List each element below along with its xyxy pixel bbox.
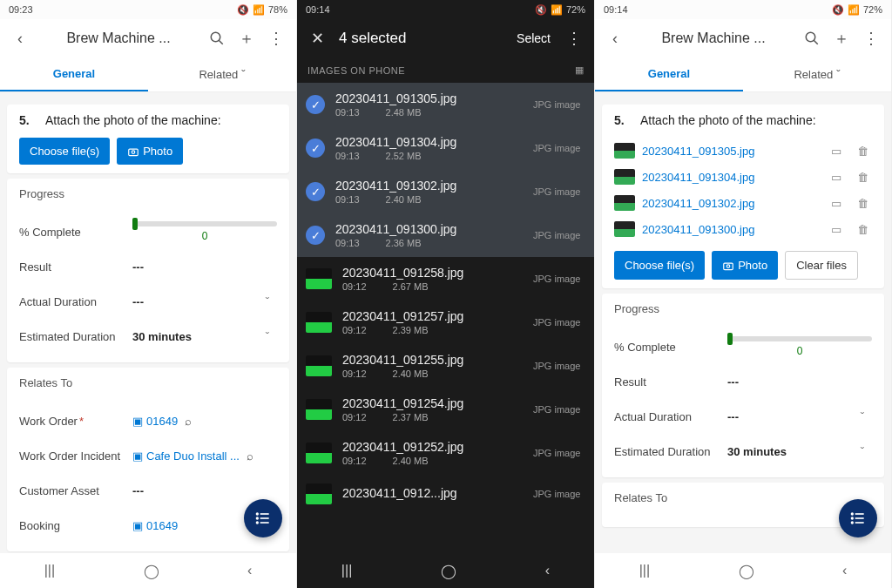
clear-files-button[interactable]: Clear files	[785, 251, 858, 280]
file-time: 09:12	[342, 412, 367, 422]
tab-general[interactable]: General	[0, 57, 148, 91]
gallery-item[interactable]: ✓20230411_091300.jpg09:132.36 MBJPG imag…	[297, 213, 594, 257]
gallery-item[interactable]: ✓20230411_091304.jpg09:132.52 MBJPG imag…	[297, 126, 594, 170]
gallery-item[interactable]: 20230411_091258.jpg09:122.67 MBJPG image	[297, 257, 594, 301]
file-name: 20230411_091302.jpg	[335, 179, 523, 193]
file-type: JPG image	[533, 448, 585, 458]
status-bar: 09:14 🔇 📶 72%	[595, 0, 891, 19]
status-battery: 78%	[268, 4, 287, 15]
image-thumb	[306, 399, 332, 420]
add-icon[interactable]: ＋	[232, 24, 261, 53]
pct-slider[interactable]	[727, 336, 872, 341]
lookup-icon: ▣	[132, 449, 143, 463]
fab-list-button[interactable]	[839, 499, 877, 537]
choose-files-button[interactable]: Choose file(s)	[19, 138, 110, 165]
panel-after: 09:14 🔇 📶 72% ‹ Brew Machine ... ＋ ⋮ Gen…	[595, 0, 892, 588]
work-order-lookup[interactable]: ▣01649	[132, 415, 178, 428]
nav-back[interactable]: ‹	[545, 563, 550, 578]
search-icon[interactable]	[797, 24, 827, 53]
gallery-item[interactable]: ✓20230411_091302.jpg09:132.40 MBJPG imag…	[297, 170, 594, 213]
back-icon[interactable]: ‹	[600, 24, 630, 53]
incident-lookup[interactable]: ▣Cafe Duo Install ...	[132, 449, 240, 463]
nav-recent[interactable]: |||	[639, 563, 650, 578]
note-icon[interactable]: ▭	[827, 197, 846, 210]
search-icon[interactable]	[202, 24, 232, 53]
gallery-item[interactable]: ✓20230411_091305.jpg09:132.48 MBJPG imag…	[297, 83, 594, 126]
svg-point-19	[852, 522, 854, 524]
check-icon: ✓	[306, 139, 325, 158]
nav-back[interactable]: ‹	[842, 563, 847, 578]
attachment-name[interactable]: 20230411_091300.jpg	[642, 223, 820, 236]
status-battery: 72%	[863, 4, 882, 15]
svg-point-0	[211, 32, 220, 42]
attachment-row: 20230411_091300.jpg▭🗑	[614, 216, 872, 242]
gallery-list[interactable]: ✓20230411_091305.jpg09:132.48 MBJPG imag…	[297, 83, 594, 588]
chevron-down-icon[interactable]: ˇ	[258, 330, 277, 343]
nav-recent[interactable]: |||	[341, 563, 352, 578]
image-thumb	[614, 169, 635, 185]
tab-general[interactable]: General	[595, 57, 743, 91]
note-icon[interactable]: ▭	[827, 171, 846, 184]
gallery-item[interactable]: 20230411_091255.jpg09:122.40 MBJPG image	[297, 344, 594, 388]
attachment-name[interactable]: 20230411_091302.jpg	[642, 197, 820, 210]
gallery-section: IMAGES ON PHONE	[307, 65, 405, 76]
file-time: 09:12	[342, 368, 367, 379]
file-time: 09:12	[342, 281, 367, 292]
app-bar: ‹ Brew Machine ... ＋ ⋮	[595, 19, 891, 57]
tab-related[interactable]: Relatedˇ	[148, 57, 296, 91]
add-icon[interactable]: ＋	[827, 24, 856, 53]
svg-point-18	[852, 517, 854, 519]
search-icon[interactable]: ⌕	[178, 415, 199, 428]
chevron-down-icon[interactable]: ˇ	[853, 410, 872, 423]
nav-bar: ||| ◯ ‹	[0, 553, 296, 588]
photo-button[interactable]: Photo	[712, 251, 778, 280]
fab-list-button[interactable]	[244, 499, 282, 537]
file-size: 2.36 MB	[386, 238, 422, 248]
chevron-down-icon: ˇ	[241, 68, 245, 81]
chevron-down-icon[interactable]: ˇ	[258, 295, 277, 308]
svg-line-1	[219, 40, 223, 44]
more-icon[interactable]: ⋮	[261, 24, 291, 53]
status-battery: 72%	[566, 4, 585, 15]
more-icon[interactable]: ⋮	[856, 24, 886, 53]
trash-icon[interactable]: 🗑	[853, 145, 872, 158]
note-icon[interactable]: ▭	[827, 145, 846, 158]
nav-recent[interactable]: |||	[44, 563, 55, 578]
trash-icon[interactable]: 🗑	[853, 223, 872, 236]
gallery-item[interactable]: 20230411_091257.jpg09:122.39 MBJPG image	[297, 301, 594, 344]
nav-home[interactable]: ◯	[144, 563, 159, 579]
lookup-icon: ▣	[132, 415, 143, 428]
pct-value: 0	[132, 230, 277, 242]
gallery-item[interactable]: 20230411_091254.jpg09:122.37 MBJPG image	[297, 388, 594, 431]
file-type: JPG image	[533, 317, 585, 328]
back-icon[interactable]: ‹	[5, 24, 35, 53]
tab-related[interactable]: Relatedˇ	[743, 57, 891, 91]
close-icon[interactable]: ✕	[302, 24, 332, 53]
chevron-down-icon[interactable]: ˇ	[853, 445, 872, 458]
gallery-item[interactable]: 20230411_0912...jpgJPG image	[297, 475, 594, 513]
select-button[interactable]: Select	[508, 26, 559, 51]
svg-point-7	[257, 513, 259, 515]
trash-icon[interactable]: 🗑	[853, 171, 872, 184]
photo-button[interactable]: Photo	[117, 138, 183, 165]
status-time: 09:14	[306, 4, 330, 15]
nav-back[interactable]: ‹	[247, 563, 252, 578]
choose-files-button[interactable]: Choose file(s)	[614, 251, 705, 280]
nav-home[interactable]: ◯	[441, 563, 456, 579]
step-number: 5.	[614, 113, 630, 127]
note-icon[interactable]: ▭	[827, 223, 846, 236]
search-icon[interactable]: ⌕	[240, 449, 260, 463]
booking-lookup[interactable]: ▣01649	[132, 519, 178, 532]
file-name: 20230411_091255.jpg	[342, 353, 523, 367]
step-number: 5.	[19, 113, 35, 127]
trash-icon[interactable]: 🗑	[853, 197, 872, 210]
attachment-name[interactable]: 20230411_091304.jpg	[642, 171, 820, 184]
gallery-item[interactable]: 20230411_091252.jpg09:122.40 MBJPG image	[297, 431, 594, 475]
attachment-name[interactable]: 20230411_091305.jpg	[642, 145, 820, 158]
file-type: JPG image	[533, 186, 585, 197]
grid-view-icon[interactable]: ▦	[575, 64, 585, 76]
more-icon[interactable]: ⋮	[559, 24, 589, 53]
nav-home[interactable]: ◯	[739, 563, 754, 579]
panel-before: 09:23 🔇 📶 78% ‹ Brew Machine ... ＋ ⋮ Gen…	[0, 0, 297, 588]
pct-slider[interactable]	[132, 221, 277, 226]
